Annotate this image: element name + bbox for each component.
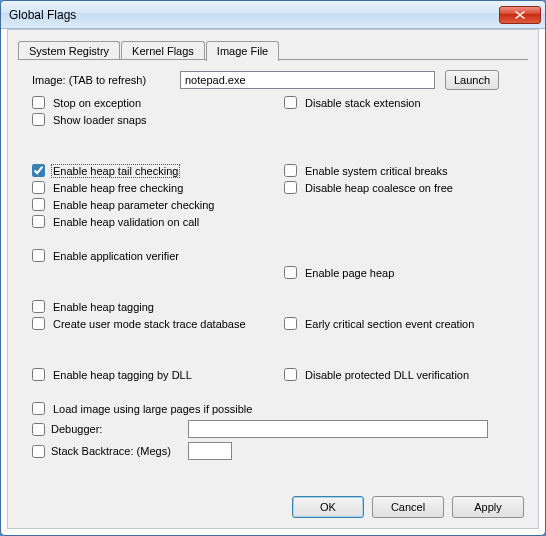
chk-create-user-mode-stack-trace-db[interactable]: Create user mode stack trace database: [32, 315, 284, 332]
chk-show-loader-snaps[interactable]: Show loader snaps: [32, 111, 284, 128]
chk-enable-page-heap[interactable]: Enable page heap: [284, 264, 520, 281]
launch-button[interactable]: Launch: [445, 70, 499, 90]
apply-button[interactable]: Apply: [452, 496, 524, 518]
chk-disable-stack-extension[interactable]: Disable stack extension: [284, 94, 520, 111]
dialog-window: Global Flags System Registry Kernel Flag…: [0, 0, 546, 536]
image-input[interactable]: [180, 71, 435, 89]
chk-enable-heap-tail-checking[interactable]: Enable heap tail checking: [32, 162, 284, 179]
chk-enable-heap-tagging[interactable]: Enable heap tagging: [32, 298, 284, 315]
titlebar: Global Flags: [1, 1, 545, 29]
stack-backtrace-input[interactable]: [188, 442, 232, 460]
tab-kernel-flags[interactable]: Kernel Flags: [121, 41, 205, 60]
tab-label: Kernel Flags: [132, 45, 194, 57]
chk-early-critical-section-event-creation[interactable]: Early critical section event creation: [284, 315, 520, 332]
window-title: Global Flags: [9, 8, 499, 22]
tab-image-file[interactable]: Image File: [206, 41, 279, 61]
tab-label: System Registry: [29, 45, 109, 57]
close-button[interactable]: [499, 6, 541, 24]
chk-disable-protected-dll-verification[interactable]: Disable protected DLL verification: [284, 366, 520, 383]
chk-enable-application-verifier[interactable]: Enable application verifier: [32, 247, 284, 264]
cancel-button[interactable]: Cancel: [372, 496, 444, 518]
image-label: Image: (TAB to refresh): [32, 74, 180, 86]
chk-enable-heap-tagging-by-dll[interactable]: Enable heap tagging by DLL: [32, 366, 284, 383]
tab-panel-image-file: Image: (TAB to refresh) Launch Stop on e…: [8, 60, 538, 471]
chk-debugger[interactable]: Debugger:: [32, 423, 188, 436]
chk-enable-heap-parameter-checking[interactable]: Enable heap parameter checking: [32, 196, 284, 213]
chk-enable-heap-validation-on-call[interactable]: Enable heap validation on call: [32, 213, 284, 230]
chk-disable-heap-coalesce-on-free[interactable]: Disable heap coalesce on free: [284, 179, 520, 196]
tab-strip: System Registry Kernel Flags Image File: [8, 30, 538, 60]
ok-button[interactable]: OK: [292, 496, 364, 518]
chk-stop-on-exception[interactable]: Stop on exception: [32, 94, 284, 111]
chk-load-image-large-pages[interactable]: Load image using large pages if possible: [32, 400, 520, 417]
tab-label: Image File: [217, 45, 268, 57]
debugger-input[interactable]: [188, 420, 488, 438]
client-area: System Registry Kernel Flags Image File …: [7, 29, 539, 529]
close-icon: [515, 11, 525, 19]
chk-enable-heap-free-checking[interactable]: Enable heap free checking: [32, 179, 284, 196]
tab-system-registry[interactable]: System Registry: [18, 41, 120, 60]
dialog-buttons: OK Cancel Apply: [292, 496, 524, 518]
chk-enable-system-critical-breaks[interactable]: Enable system critical breaks: [284, 162, 520, 179]
chk-stack-backtrace[interactable]: Stack Backtrace: (Megs): [32, 445, 188, 458]
